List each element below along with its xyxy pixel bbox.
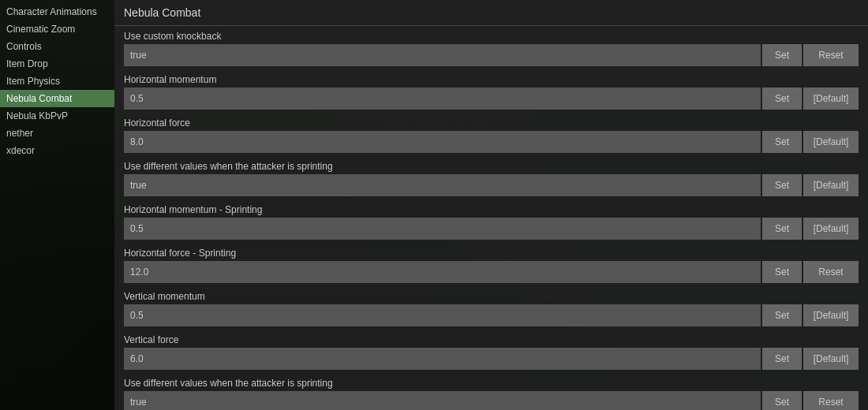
content-area: Use custom knockbackSetResetHorizontal m… bbox=[114, 26, 868, 410]
setting-row-use-custom-knockback: Use custom knockbackSetReset bbox=[124, 31, 859, 66]
sidebar-item-nebula-combat[interactable]: Nebula Combat bbox=[0, 90, 114, 107]
sidebar-item-nether[interactable]: nether bbox=[0, 125, 114, 142]
setting-input-vertical-momentum[interactable] bbox=[124, 304, 761, 326]
set-button-horizontal-momentum[interactable]: Set bbox=[762, 88, 802, 110]
set-button-horizontal-momentum-sprinting[interactable]: Set bbox=[762, 218, 802, 240]
set-button-horizontal-force[interactable]: Set bbox=[762, 131, 802, 153]
set-button-vertical-momentum[interactable]: Set bbox=[762, 304, 802, 326]
setting-row-horizontal-momentum-sprinting: Horizontal momentum - SprintingSet[Defau… bbox=[124, 204, 859, 240]
reset-button-horizontal-force-sprinting[interactable]: Reset bbox=[803, 261, 859, 283]
setting-label-vertical-force: Vertical force bbox=[124, 334, 859, 345]
set-button-vertical-force[interactable]: Set bbox=[762, 348, 802, 370]
default-button-horizontal-force[interactable]: [Default] bbox=[803, 131, 859, 153]
setting-row-horizontal-momentum: Horizontal momentumSet[Default] bbox=[124, 74, 859, 110]
sidebar-item-controls[interactable]: Controls bbox=[0, 38, 114, 55]
sidebar-item-character-animations[interactable]: Character Animations bbox=[0, 3, 114, 20]
setting-label-horizontal-momentum-sprinting: Horizontal momentum - Sprinting bbox=[124, 204, 859, 215]
setting-label-horizontal-force-sprinting: Horizontal force - Sprinting bbox=[124, 248, 859, 259]
default-button-horizontal-momentum[interactable]: [Default] bbox=[803, 88, 859, 110]
set-button-horizontal-force-sprinting[interactable]: Set bbox=[762, 261, 802, 283]
panel-header: Nebula Combat bbox=[114, 0, 868, 26]
setting-controls-use-different-values-sprinting: Set[Default] bbox=[124, 174, 859, 196]
setting-controls-vertical-momentum: Set[Default] bbox=[124, 304, 859, 326]
setting-row-vertical-momentum: Vertical momentumSet[Default] bbox=[124, 291, 859, 326]
setting-input-use-different-values-sprinting-2[interactable] bbox=[124, 391, 761, 410]
sidebar-item-xdecor[interactable]: xdecor bbox=[0, 142, 114, 159]
setting-row-use-different-values-sprinting: Use different values when the attacker i… bbox=[124, 161, 859, 196]
setting-input-use-different-values-sprinting[interactable] bbox=[124, 174, 761, 196]
setting-label-horizontal-force: Horizontal force bbox=[124, 117, 859, 129]
main-panel: Nebula Combat Use custom knockbackSetRes… bbox=[114, 0, 868, 410]
setting-controls-horizontal-force: Set[Default] bbox=[124, 131, 859, 153]
setting-input-horizontal-momentum-sprinting[interactable] bbox=[124, 218, 761, 240]
sidebar-item-nebula-kbpvp[interactable]: Nebula KbPvP bbox=[0, 107, 114, 125]
default-button-vertical-momentum[interactable]: [Default] bbox=[803, 304, 859, 326]
setting-label-use-custom-knockback: Use custom knockback bbox=[124, 31, 859, 42]
setting-controls-use-different-values-sprinting-2: SetReset bbox=[124, 391, 859, 410]
set-button-use-different-values-sprinting[interactable]: Set bbox=[762, 174, 802, 196]
sidebar-item-item-drop[interactable]: Item Drop bbox=[0, 55, 114, 73]
setting-label-use-different-values-sprinting: Use different values when the attacker i… bbox=[124, 161, 859, 172]
setting-controls-use-custom-knockback: SetReset bbox=[124, 44, 859, 66]
panel-title: Nebula Combat bbox=[124, 6, 200, 19]
setting-input-horizontal-force[interactable] bbox=[124, 131, 761, 153]
setting-input-horizontal-force-sprinting[interactable] bbox=[124, 261, 761, 283]
setting-row-vertical-force: Vertical forceSet[Default] bbox=[124, 334, 859, 370]
setting-row-horizontal-force: Horizontal forceSet[Default] bbox=[124, 117, 859, 153]
setting-input-horizontal-momentum[interactable] bbox=[124, 88, 761, 110]
default-button-vertical-force[interactable]: [Default] bbox=[803, 348, 859, 370]
reset-button-use-custom-knockback[interactable]: Reset bbox=[803, 44, 859, 66]
setting-label-vertical-momentum: Vertical momentum bbox=[124, 291, 859, 302]
setting-controls-vertical-force: Set[Default] bbox=[124, 348, 859, 370]
setting-controls-horizontal-force-sprinting: SetReset bbox=[124, 261, 859, 283]
default-button-use-different-values-sprinting[interactable]: [Default] bbox=[803, 174, 859, 196]
sidebar-item-item-physics[interactable]: Item Physics bbox=[0, 73, 114, 90]
setting-controls-horizontal-momentum: Set[Default] bbox=[124, 88, 859, 110]
setting-input-vertical-force[interactable] bbox=[124, 348, 761, 370]
setting-label-horizontal-momentum: Horizontal momentum bbox=[124, 74, 859, 85]
setting-row-horizontal-force-sprinting: Horizontal force - SprintingSetReset bbox=[124, 248, 859, 283]
setting-label-use-different-values-sprinting-2: Use different values when the attacker i… bbox=[124, 378, 859, 389]
setting-input-use-custom-knockback[interactable] bbox=[124, 44, 761, 66]
set-button-use-different-values-sprinting-2[interactable]: Set bbox=[762, 391, 802, 410]
set-button-use-custom-knockback[interactable]: Set bbox=[762, 44, 802, 66]
setting-row-use-different-values-sprinting-2: Use different values when the attacker i… bbox=[124, 378, 859, 410]
sidebar: Character AnimationsCinematic ZoomContro… bbox=[0, 0, 114, 410]
sidebar-item-cinematic-zoom[interactable]: Cinematic Zoom bbox=[0, 20, 114, 38]
reset-button-use-different-values-sprinting-2[interactable]: Reset bbox=[803, 391, 859, 410]
default-button-horizontal-momentum-sprinting[interactable]: [Default] bbox=[803, 218, 859, 240]
setting-controls-horizontal-momentum-sprinting: Set[Default] bbox=[124, 218, 859, 240]
